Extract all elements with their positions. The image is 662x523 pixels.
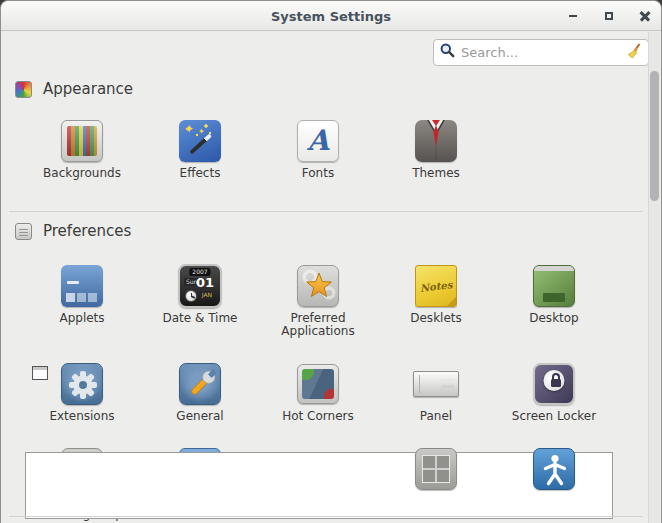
section-divider [9, 211, 643, 212]
accessibility-icon [533, 448, 575, 490]
settings-item-label: Applets [59, 312, 104, 325]
preferred-applications-icon [297, 265, 339, 307]
scrollbar[interactable] [648, 32, 660, 523]
settings-item-label: Date & Time [162, 312, 237, 325]
settings-item-label: Themes [412, 167, 460, 180]
backgrounds-icon [61, 120, 103, 162]
settings-item-general[interactable]: General [141, 361, 259, 423]
preferences-row-3: Window Tiling and Edge Flip Account deta… [23, 446, 615, 521]
settings-item-label: Fonts [302, 167, 334, 180]
settings-item-panel[interactable]: Panel [377, 361, 495, 423]
settings-item-effects[interactable]: ✦✦ Effects [141, 118, 259, 180]
workspaces-icon [415, 448, 457, 490]
settings-item-label: General [176, 410, 223, 423]
settings-item-desklets[interactable]: Notes Desklets [377, 263, 495, 338]
panel-icon [413, 371, 459, 397]
section-title: Appearance [43, 80, 133, 98]
extensions-icon [61, 363, 103, 405]
search-icon [440, 43, 455, 62]
settings-item-label: Panel [420, 410, 452, 423]
clear-search-button[interactable] [626, 43, 642, 62]
settings-item-date-time[interactable]: 2007 Sun 01 JAN Date & Time [141, 263, 259, 338]
settings-item-backgrounds[interactable]: Backgrounds [23, 118, 141, 180]
settings-item-desktop[interactable]: Desktop [495, 263, 613, 338]
settings-item-label: Extensions [49, 410, 114, 423]
maximize-icon [605, 12, 613, 20]
settings-item-label: Desktop [529, 312, 579, 325]
windows-icon [299, 452, 337, 486]
date-time-icon: 2007 Sun 01 JAN [178, 264, 222, 308]
broom-icon [626, 43, 642, 59]
preferences-section-icon [15, 223, 32, 240]
settings-item-preferred-applications[interactable]: Preferred Applications [259, 263, 377, 338]
appearance-row: Backgrounds ✦✦ Effects A Fonts [23, 118, 615, 180]
effects-icon: ✦✦ [179, 120, 221, 162]
settings-item-themes[interactable]: Themes [377, 118, 495, 180]
preferences-row-2: Extensions General Hot Corners Panel [23, 361, 615, 423]
settings-item-label: Effects [180, 167, 221, 180]
preferences-row-1: Applets 2007 Sun 01 JAN Date & Time Pref… [23, 263, 615, 338]
maximize-button[interactable] [603, 10, 615, 22]
desktop-icon [533, 265, 575, 307]
window-controls [567, 1, 651, 31]
section-divider [9, 516, 643, 517]
system-settings-window: System Settings Appearance Backgrounds ✦… [0, 0, 662, 523]
appearance-section-header: Appearance [15, 80, 133, 98]
fonts-icon: A [297, 120, 339, 162]
appearance-section-icon [15, 81, 32, 98]
minimize-button[interactable] [567, 10, 579, 22]
settings-item-label: Backgrounds [43, 167, 121, 180]
search-input[interactable] [461, 45, 626, 60]
screen-locker-icon [533, 363, 575, 405]
settings-item-label: Screen Locker [512, 410, 596, 423]
minimize-icon [569, 15, 577, 18]
close-button[interactable] [639, 10, 651, 22]
settings-item-windows[interactable]: Windows [259, 446, 377, 521]
settings-item-screen-locker[interactable]: Screen Locker [495, 361, 613, 423]
settings-item-fonts[interactable]: A Fonts [259, 118, 377, 180]
scrollbar-thumb[interactable] [650, 71, 659, 201]
titlebar[interactable]: System Settings [1, 1, 661, 31]
general-icon [179, 363, 221, 405]
settings-item-label: Desklets [410, 312, 462, 325]
settings-item-hot-corners[interactable]: Hot Corners [259, 361, 377, 423]
settings-item-label: Hot Corners [282, 410, 354, 423]
close-icon [640, 11, 650, 21]
preferences-section-header: Preferences [15, 222, 131, 240]
settings-item-applets[interactable]: Applets [23, 263, 141, 338]
settings-item-label: Preferred Applications [261, 312, 375, 338]
section-title: Preferences [43, 222, 131, 240]
applets-icon [61, 265, 103, 307]
desklets-icon: Notes [415, 265, 457, 307]
window-title: System Settings [1, 9, 661, 24]
themes-icon [415, 120, 457, 162]
hot-corners-icon [297, 364, 339, 404]
search-box[interactable] [433, 39, 649, 66]
